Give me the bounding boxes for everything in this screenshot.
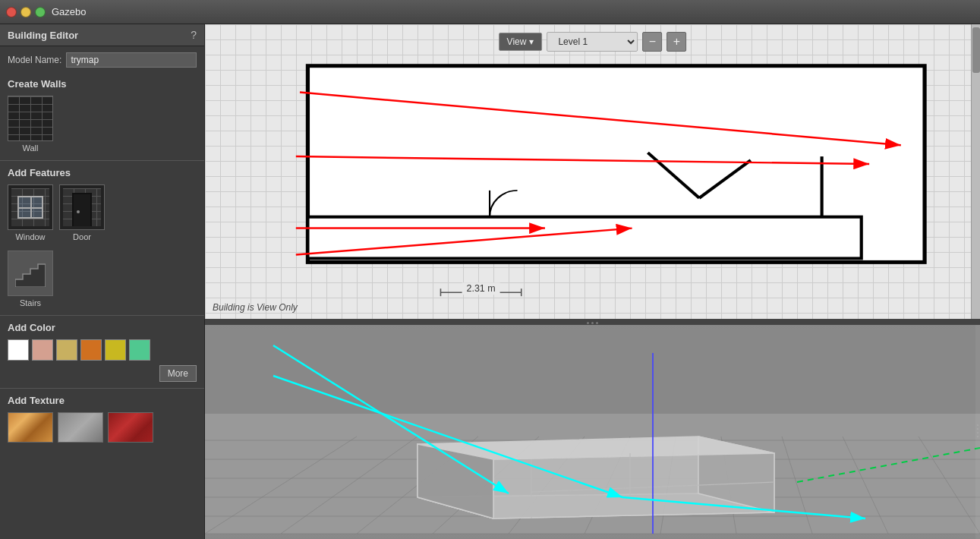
rd1 <box>977 424 978 426</box>
door-item[interactable]: Door <box>59 184 105 241</box>
wall-item[interactable]: Wall <box>8 96 53 153</box>
wall-icon <box>8 96 53 141</box>
svg-line-27 <box>721 437 736 534</box>
panel-header: Building Editor ? <box>0 24 204 46</box>
stairs-svg <box>15 260 46 287</box>
svg-line-21 <box>281 437 418 534</box>
help-button[interactable]: ? <box>191 29 197 41</box>
add-features-row: Window Door <box>0 181 204 247</box>
color-white[interactable] <box>8 339 29 361</box>
more-button[interactable]: More <box>159 365 197 382</box>
window-icon <box>8 184 53 230</box>
door-knob <box>77 210 80 213</box>
rd3 <box>977 432 978 433</box>
svg-line-50 <box>273 376 622 497</box>
stairs-icon <box>8 251 53 296</box>
title-bar: Gazebo <box>0 0 980 24</box>
create-walls-title: Create Walls <box>0 74 204 93</box>
texture-gray[interactable] <box>58 412 103 443</box>
rd2 <box>977 428 978 430</box>
left-panel: Building Editor ? Model Name: Create Wal… <box>0 24 205 539</box>
window-title: Gazebo <box>52 6 87 17</box>
panel-title: Building Editor <box>8 30 78 41</box>
resize-dots <box>587 322 598 324</box>
view-label: View <box>507 36 527 47</box>
svg-text:⠿: ⠿ <box>782 333 787 341</box>
level-minus-button[interactable]: − <box>642 32 662 52</box>
svg-line-47 <box>797 448 980 482</box>
grid-background <box>205 24 980 319</box>
window-label: Window <box>15 232 45 241</box>
svg-rect-19 <box>205 414 980 534</box>
svg-marker-42 <box>418 444 493 519</box>
model-name-label: Model Name: <box>8 55 61 65</box>
svg-marker-37 <box>418 493 774 519</box>
color-yellow[interactable] <box>105 339 126 361</box>
scrollbar-thumb[interactable] <box>972 27 980 73</box>
wall-label: Wall <box>23 143 39 153</box>
main-layout: Building Editor ? Model Name: Create Wal… <box>0 24 980 539</box>
resize-dots-right <box>977 424 979 440</box>
window-frame <box>17 196 43 219</box>
color-salmon[interactable] <box>32 339 53 361</box>
level-plus-button[interactable]: + <box>666 32 686 52</box>
viewport-3d-svg: ⠿ <box>205 325 980 539</box>
right-area: View ▾ Level 1 − + <box>205 24 980 539</box>
svg-line-26 <box>660 437 676 534</box>
svg-line-22 <box>357 437 478 534</box>
level-select[interactable]: Level 1 <box>547 32 638 52</box>
svg-marker-38 <box>418 444 493 519</box>
toolbar-2d: View ▾ Level 1 − + <box>499 32 687 52</box>
svg-line-28 <box>782 437 812 534</box>
color-orange[interactable] <box>80 339 102 361</box>
svg-marker-41 <box>418 437 774 459</box>
svg-rect-18 <box>205 330 980 534</box>
view-button[interactable]: View ▾ <box>499 33 543 51</box>
add-texture-title: Add Texture <box>0 390 204 409</box>
svg-line-49 <box>273 345 509 493</box>
add-color-title: Add Color <box>0 317 204 336</box>
texture-gold[interactable] <box>8 412 53 443</box>
resize-dot-1 <box>587 322 589 324</box>
view-chevron: ▾ <box>529 36 534 47</box>
window-item[interactable]: Window <box>8 184 53 241</box>
texture-red[interactable] <box>108 412 153 443</box>
status-text: Building is View Only <box>213 302 298 313</box>
svg-line-51 <box>622 497 865 519</box>
svg-line-23 <box>433 437 539 534</box>
divider-3 <box>0 388 204 389</box>
add-features-title: Add Features <box>0 162 204 181</box>
color-row <box>0 336 204 365</box>
close-button[interactable] <box>6 7 17 17</box>
svg-marker-39 <box>493 453 774 519</box>
create-walls-row: Wall <box>0 93 204 159</box>
window-controls <box>6 7 46 17</box>
resize-dot-2 <box>591 322 594 324</box>
maximize-button[interactable] <box>35 7 46 17</box>
window-icon-inner <box>11 188 49 226</box>
resize-dot-3 <box>596 322 598 324</box>
svg-line-29 <box>843 437 888 534</box>
viewport-2d[interactable]: View ▾ Level 1 − + <box>205 24 980 320</box>
svg-line-24 <box>509 437 585 534</box>
scrollbar-right[interactable] <box>971 24 980 319</box>
stairs-row: Stairs <box>0 247 204 314</box>
color-tan[interactable] <box>56 339 77 361</box>
rd4 <box>977 436 978 437</box>
door-icon-inner <box>63 188 101 226</box>
stairs-item[interactable]: Stairs <box>8 251 53 307</box>
svg-line-25 <box>585 437 630 534</box>
svg-line-44 <box>531 482 774 492</box>
minimize-button[interactable] <box>20 7 31 17</box>
viewport-3d[interactable]: ⠿ <box>205 325 980 539</box>
stairs-label: Stairs <box>20 298 41 307</box>
svg-marker-40 <box>698 437 774 512</box>
svg-line-30 <box>919 437 980 534</box>
svg-line-20 <box>205 437 357 534</box>
color-teal[interactable] <box>129 339 150 361</box>
door-icon <box>59 184 105 230</box>
divider-2 <box>0 315 204 316</box>
resize-handle-right[interactable] <box>975 325 980 539</box>
model-name-input[interactable] <box>66 52 197 68</box>
door-frame <box>72 193 92 226</box>
